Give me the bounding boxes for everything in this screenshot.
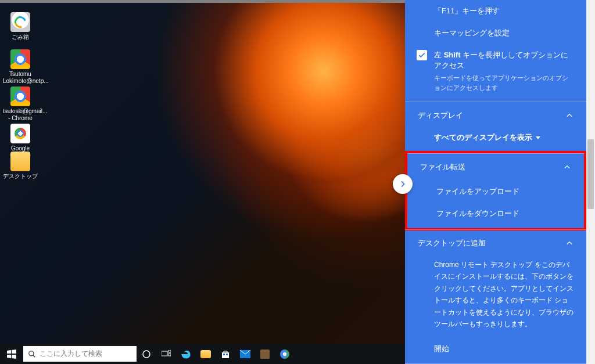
taskbar-edge[interactable] — [176, 344, 196, 364]
option-shift-access[interactable]: 左 Shift キーを長押ししてオプションにアクセス キーボードを使ってアプリケ… — [405, 44, 586, 102]
desktop-icon-folder[interactable]: デスクトップ — [3, 152, 38, 180]
svg-rect-6 — [222, 352, 229, 358]
chrome-icon — [10, 49, 30, 69]
options-panel: 「F11」キーを押す キーマッピングを設定 左 Shift キーを長押ししてオプ… — [405, 0, 586, 364]
taskbar-search[interactable]: ここに入力して検索 — [23, 346, 137, 362]
taskview-icon — [162, 350, 171, 358]
chevron-up-icon — [563, 163, 571, 171]
windows-icon — [7, 349, 16, 359]
folder-icon — [10, 152, 30, 171]
option-label: ファイルをダウンロード — [436, 209, 519, 218]
svg-rect-4 — [169, 350, 171, 352]
option-download-file[interactable]: ファイルをダウンロード — [407, 203, 584, 228]
folder-icon — [200, 350, 211, 358]
chrome-icon — [10, 87, 30, 106]
section-title: ファイル転送 — [420, 162, 465, 172]
page-scrollbar-thumb[interactable] — [587, 139, 594, 209]
svg-point-0 — [29, 351, 34, 355]
wallpaper — [0, 3, 405, 344]
svg-rect-3 — [162, 351, 167, 356]
taskbar-chrome-remote[interactable] — [275, 344, 295, 364]
section-display-header[interactable]: ディスプレイ — [405, 102, 586, 129]
section-file-transfer-header[interactable]: ファイル転送 — [407, 153, 584, 181]
desktop-icon-user-chrome-2[interactable]: tsutoski@gmail... - Chrome — [3, 87, 38, 122]
section-title: デスクトップに追加 — [418, 238, 486, 248]
file-transfer-highlight: ファイル転送 ファイルをアップロード ファイルをダウンロード — [405, 151, 586, 230]
search-icon — [28, 350, 36, 358]
desktop-icon-recycle-bin[interactable]: ごみ箱 — [3, 12, 38, 41]
taskbar-cortana[interactable] — [137, 344, 156, 364]
recycle-bin-icon — [10, 12, 30, 32]
check-icon — [418, 51, 426, 59]
chevron-up-icon — [565, 239, 574, 247]
chevron-right-icon — [398, 179, 407, 189]
option-configure-keymapping[interactable]: キーマッピングを設定 — [405, 22, 586, 44]
option-label: キーマッピングを設定 — [434, 28, 510, 37]
desktop-icon-user-chrome-1[interactable]: Tsutomu Lokimoto@netp... — [3, 49, 38, 85]
svg-rect-8 — [226, 354, 228, 355]
shift-label-pre: 左 — [434, 51, 444, 59]
remote-desktop: ごみ箱 Tsutomu Lokimoto@netp... tsutoski@gm… — [0, 0, 405, 364]
shift-bold: Shift — [444, 51, 461, 59]
taskbar-store[interactable] — [216, 344, 235, 364]
app-icon — [260, 349, 270, 359]
store-icon — [221, 349, 230, 359]
taskbar-mail[interactable] — [235, 344, 255, 364]
add-to-desktop-body: Chrome リモート デスクトップ をこのデバイスにインストールするには、下の… — [405, 257, 586, 338]
option-label: 開始 — [434, 344, 449, 353]
shift-description: キーボードを使ってアプリケーションのオプションにアクセスします — [434, 73, 574, 92]
icon-label: ごみ箱 — [12, 34, 29, 40]
taskbar-explorer[interactable] — [196, 344, 216, 364]
option-label: ファイルをアップロード — [436, 187, 519, 196]
svg-line-1 — [33, 355, 35, 357]
section-add-to-desktop-header[interactable]: デスクトップに追加 — [405, 229, 586, 257]
panel-collapse-button[interactable] — [393, 174, 413, 194]
chrome-remote-icon — [280, 349, 289, 359]
option-upload-file[interactable]: ファイルをアップロード — [407, 181, 584, 203]
taskbar-taskview[interactable] — [156, 344, 176, 364]
option-label: すべてのディスプレイを表示 — [434, 133, 532, 142]
option-press-f11[interactable]: 「F11」キーを押す — [405, 0, 586, 22]
svg-rect-7 — [223, 354, 225, 355]
svg-rect-5 — [169, 354, 171, 356]
mail-icon — [240, 350, 250, 358]
checkbox-checked[interactable] — [417, 50, 427, 60]
search-placeholder: ここに入力して検索 — [40, 349, 102, 359]
chevron-up-icon — [565, 111, 574, 120]
edge-icon — [181, 349, 191, 359]
start-button[interactable] — [0, 344, 23, 364]
stage: ごみ箱 Tsutomu Lokimoto@netp... tsutoski@gm… — [0, 0, 595, 364]
cortana-icon — [142, 349, 151, 359]
svg-point-2 — [143, 351, 150, 358]
taskbar: ここに入力して検索 — [0, 344, 405, 364]
caret-down-icon — [536, 136, 540, 139]
chrome-icon — [10, 124, 30, 143]
option-label: 「F11」キーを押す — [434, 6, 500, 15]
taskbar-app1[interactable] — [255, 344, 275, 364]
page-scrollbar-track[interactable] — [586, 0, 595, 364]
option-start-install[interactable]: 開始 — [405, 338, 586, 363]
option-show-all-displays[interactable]: すべてのディスプレイを表示 — [405, 129, 586, 152]
section-title: ディスプレイ — [418, 110, 463, 121]
icon-label: デスクトップ — [3, 173, 38, 179]
